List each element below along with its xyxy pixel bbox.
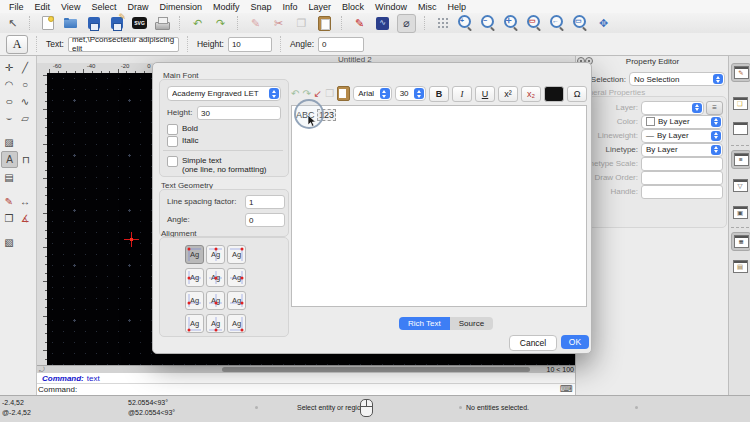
measure-tool[interactable]: ∡ (17, 210, 33, 226)
zoom-out-icon[interactable]: − (480, 15, 497, 32)
line-tool[interactable]: ╱ (17, 59, 33, 75)
block-3d-tool[interactable]: ▧ (1, 234, 17, 250)
align-middle-right-button[interactable]: Ag (227, 268, 246, 287)
selection-dropdown[interactable]: No Selection (629, 72, 725, 86)
dimension-horizontal-tool[interactable]: ↔ (17, 193, 33, 209)
align-base-left-button[interactable]: Ag (185, 291, 204, 310)
layer-menu-button[interactable]: ≡ (706, 101, 723, 115)
svg-export-icon[interactable]: SVG (131, 15, 148, 32)
zoom-in-icon[interactable]: + (457, 15, 474, 32)
height-input[interactable]: 10 (228, 37, 272, 52)
editor-undo-icon[interactable]: ↶ (291, 87, 299, 101)
point-tool[interactable]: ✛ (1, 59, 17, 75)
paste-icon[interactable] (316, 15, 333, 32)
align-middle-center-button[interactable]: Ag (206, 268, 225, 287)
align-base-center-button[interactable]: Ag (206, 291, 225, 310)
new-file-icon[interactable] (39, 15, 56, 32)
polyline-tool[interactable]: ⌣ (1, 110, 17, 126)
open-file-icon[interactable] (62, 15, 79, 32)
superscript-button[interactable]: x² (498, 86, 518, 102)
copy-icon[interactable]: ❐ (293, 15, 310, 32)
pan-back-icon[interactable]: ← (549, 15, 566, 32)
color-dropdown[interactable]: By Layer (641, 115, 723, 129)
bold-checkbox[interactable]: Bold (167, 124, 198, 135)
menu-help[interactable]: Help (448, 2, 467, 12)
italic-button[interactable]: I (452, 86, 472, 102)
handle-input[interactable] (641, 185, 723, 199)
menu-file[interactable]: File (9, 2, 24, 12)
command-line-panel-icon[interactable]: ≡ (731, 150, 750, 169)
pointer-icon[interactable]: ↖ (4, 15, 21, 32)
editor-copy-icon[interactable]: ❐ (325, 87, 334, 101)
rich-text-editor[interactable]: ABC 123 (291, 105, 587, 307)
line-spacing-input[interactable]: 1 (245, 195, 285, 209)
hatch-tool[interactable]: ▨ (1, 134, 17, 150)
selection-filter-panel-icon[interactable]: ▽ (731, 177, 749, 194)
ellipse-tool[interactable]: ○ (0, 93, 20, 109)
special-character-button[interactable]: Ω (567, 86, 587, 102)
angle-input[interactable]: 0 (318, 37, 364, 52)
underline-button[interactable]: U (475, 86, 495, 102)
simple-text-checkbox[interactable]: Simple text (one line, no formatting) (167, 156, 267, 174)
text-panel-icon[interactable]: ≣ (731, 232, 750, 251)
draw-disabled-icon[interactable]: ✎ (247, 15, 264, 32)
menu-layer[interactable]: Layer (309, 2, 332, 12)
ok-button[interactable]: OK (561, 335, 589, 349)
text-style-button[interactable]: A (6, 35, 28, 54)
linetype-scale-input[interactable] (641, 157, 723, 171)
library-browser-panel-icon[interactable]: ▣ (731, 204, 749, 221)
auto-zoom-icon[interactable]: ✛ (503, 15, 520, 32)
menu-view[interactable]: View (61, 2, 80, 12)
editor-size-dropdown[interactable]: 30 (395, 86, 426, 101)
text-input[interactable]: met,\Pconsectetur adipiscing elit (68, 37, 179, 52)
image-tool[interactable]: ▤ (1, 169, 17, 185)
clipboard-panel-icon[interactable]: ▤ (731, 258, 749, 275)
align-top-left-button[interactable]: Ag (185, 245, 204, 264)
menu-window[interactable]: Window (375, 2, 407, 12)
editor-font-dropdown[interactable]: Arial (353, 86, 391, 101)
subscript-button[interactable]: x₂ (521, 86, 541, 102)
menu-info[interactable]: Info (283, 2, 298, 12)
menu-draw[interactable]: Draw (127, 2, 148, 12)
shape-tool[interactable]: ▱ (17, 110, 33, 126)
lineweight-dropdown[interactable]: —By Layer (641, 129, 723, 143)
menu-snap[interactable]: Snap (250, 2, 271, 12)
keyboard-icon[interactable]: ⌨ (560, 384, 573, 394)
layer-list-panel-icon[interactable]: ❏ (731, 95, 749, 112)
print-icon[interactable] (154, 15, 171, 32)
linetype-dropdown[interactable]: By Layer (641, 143, 723, 157)
polyline-edit-icon[interactable]: ∿ (374, 15, 391, 32)
block-list-panel-icon[interactable] (731, 120, 749, 137)
diameter-icon[interactable]: ⌀ (397, 14, 416, 33)
font-family-dropdown[interactable]: Academy Engraved LET (167, 86, 281, 101)
cancel-button[interactable]: Cancel (509, 335, 557, 351)
edit-text-icon[interactable]: ✎ (351, 15, 368, 32)
scrollbar-thumb[interactable] (222, 367, 530, 372)
dimension-tool[interactable]: ⊓ (18, 151, 34, 167)
pan-icon[interactable]: ✥ (595, 15, 612, 32)
redo-icon[interactable]: ↷ (212, 15, 229, 32)
editor-revert-icon[interactable]: ↙ (314, 87, 322, 101)
tab-rich-text[interactable]: Rich Text (399, 317, 450, 330)
command-input[interactable]: Command: ⌨ (35, 384, 578, 395)
menu-block[interactable]: Block (342, 2, 364, 12)
layer-dropdown[interactable] (641, 101, 704, 115)
zoom-previous-icon[interactable]: ▭ (526, 15, 543, 32)
menu-dimension[interactable]: Dimension (159, 2, 202, 12)
editor-paste-icon[interactable] (337, 87, 350, 101)
zoom-window-icon[interactable]: ▭ (572, 15, 589, 32)
menu-edit[interactable]: Edit (35, 2, 51, 12)
align-bottom-center-button[interactable]: Ag (206, 314, 225, 333)
duplicate-tool[interactable]: ❐ (1, 210, 17, 226)
property-editor-panel-icon[interactable]: ✎ (731, 63, 750, 82)
align-top-center-button[interactable]: Ag (206, 245, 225, 264)
circle-tool[interactable]: ○ (17, 76, 33, 92)
align-bottom-right-button[interactable]: Ag (227, 314, 246, 333)
tab-source[interactable]: Source (450, 317, 493, 330)
arc-tool[interactable]: ◠ (1, 76, 17, 92)
cut-icon[interactable]: ✂ (270, 15, 287, 32)
undo-icon[interactable]: ↶ (189, 15, 206, 32)
align-top-right-button[interactable]: Ag (227, 245, 246, 264)
bold-button[interactable]: B (429, 86, 449, 102)
menu-select[interactable]: Select (91, 2, 116, 12)
